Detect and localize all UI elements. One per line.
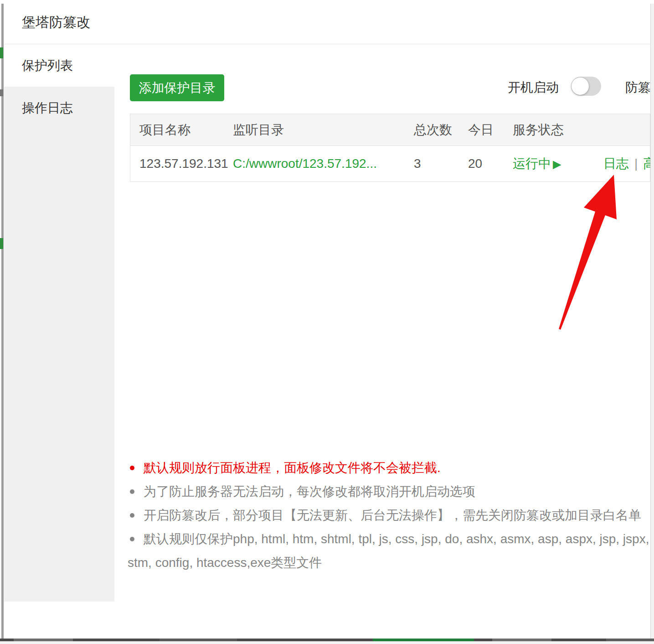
autostart-toggle[interactable]	[571, 77, 601, 96]
note-text: 为了防止服务器无法启动，每次修改都将取消开机启动选项	[144, 484, 475, 499]
tab-protect-list-label: 保护列表	[22, 57, 73, 74]
note-item: 开启防篡改后，部分项目【无法更新、后台无法操作】，需先关闭防篡改或加目录白名单	[130, 504, 654, 527]
bullet-icon	[130, 466, 134, 470]
bullet-icon	[130, 489, 134, 494]
note-text: stm, config, htaccess,exe类型文件	[128, 556, 322, 570]
col-header-today: 今日	[468, 114, 494, 146]
underlying-page-right-edge	[650, 4, 654, 639]
bullet-icon	[130, 513, 134, 518]
note-text: 默认规则仅保护php, html, htm, shtml, tpl, js, c…	[144, 532, 654, 546]
underlying-page-divider	[1, 4, 4, 639]
tamper-switch-label: 防篡改	[625, 78, 654, 97]
anti-tamper-dialog: { "window": { "title": "堡塔防篡改" }, "sideb…	[0, 0, 654, 644]
row-today-count: 20	[468, 146, 482, 182]
note-text: 默认规则放行面板进程，面板修改文件将不会被拦截.	[144, 461, 441, 475]
add-protect-dir-button[interactable]: 添加保护目录	[130, 74, 224, 101]
row-dir-link[interactable]: C:/wwwroot/123.57.192...	[233, 156, 377, 171]
page-title: 堡塔防篡改	[22, 13, 90, 32]
col-header-status: 服务状态	[513, 114, 564, 146]
notes-list: 默认规则放行面板进程，面板修改文件将不会被拦截. 为了防止服务器无法启动，每次修…	[130, 456, 654, 575]
underlying-page-fragment	[0, 47, 3, 58]
tab-protect-list[interactable]: 保护列表	[4, 44, 114, 87]
underlying-page-fragment	[0, 89, 3, 96]
underlying-page-bottom-strip	[0, 641, 654, 644]
tab-operation-log[interactable]: 操作日志	[4, 87, 114, 129]
note-text: 开启防篡改后，部分项目【无法更新、后台无法操作】，需先关闭防篡改或加目录白名单	[144, 508, 641, 522]
col-header-dir: 监听目录	[233, 114, 284, 146]
note-item: 默认规则放行面板进程，面板修改文件将不会被拦截.	[130, 456, 654, 480]
note-item: 默认规则仅保护php, html, htm, shtml, tpl, js, c…	[130, 527, 654, 551]
table-header-row: 项目名称 监听目录 总次数 今日 服务状态	[130, 114, 650, 146]
bullet-icon	[130, 537, 134, 541]
toggle-knob-icon	[572, 78, 589, 95]
underlying-page-left-edge	[0, 4, 4, 639]
sidebar: 保护列表 操作日志	[4, 44, 114, 602]
autostart-label: 开机启动	[508, 78, 559, 97]
col-header-total: 总次数	[414, 114, 452, 146]
col-header-project: 项目名称	[139, 114, 191, 146]
underlying-page-fragment	[0, 238, 3, 249]
row-total-count: 3	[414, 146, 421, 182]
row-project-name: 123.57.192.131	[139, 146, 228, 182]
note-item-continuation: stm, config, htaccess,exe类型文件	[128, 551, 654, 575]
annotation-arrow-icon	[538, 155, 654, 347]
note-item: 为了防止服务器无法启动，每次修改都将取消开机启动选项	[130, 480, 654, 504]
tab-operation-log-label: 操作日志	[22, 99, 73, 117]
